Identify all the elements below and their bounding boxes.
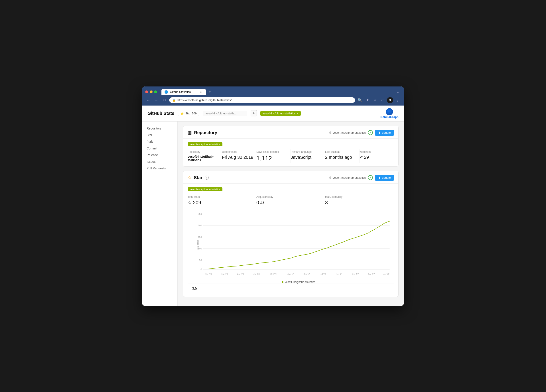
sidebar-item-release[interactable]: Release (142, 152, 177, 158)
browser-nav: ← → ↻ 🔒 https://vesoft-inc.github.io/git… (142, 95, 404, 106)
star-stats-row: Total stars ☆ 209 Avg. stars/day 0.18 (188, 194, 394, 206)
back-button[interactable]: ← (145, 97, 151, 103)
nebula-logo: NebulaGraph (380, 108, 398, 119)
tab-close-button[interactable]: × (199, 90, 203, 94)
avg-stars-value: 0.18 (256, 200, 325, 206)
star-button[interactable]: ⭐ Star 209 (178, 111, 199, 116)
share-icon[interactable]: ⬆ (364, 97, 370, 103)
stat-watchers-label: Watchers (359, 150, 394, 154)
star-info-icon[interactable]: i (205, 176, 209, 180)
repository-section-title: Repository (194, 130, 217, 135)
repository-update-label: update (382, 131, 391, 134)
svg-text:Apr '21: Apr '21 (304, 273, 310, 275)
daily-section: 3.5 (188, 283, 394, 293)
nebula-icon (386, 108, 393, 115)
svg-text:Jan '21: Jan '21 (287, 273, 294, 275)
svg-text:Oct '21: Oct '21 (336, 273, 342, 275)
repository-update-button[interactable]: ⬆ update (375, 130, 394, 136)
stat-last-push: Last push at 2 months ago (325, 149, 359, 163)
total-stars-star-icon: ☆ (188, 200, 192, 206)
add-repo-button[interactable]: + (251, 110, 257, 116)
stat-date-value: Fri Aug 30 2019 (222, 155, 256, 160)
browser-controls: 🌐 Github Statistics × + ⌄ (145, 89, 401, 95)
repository-icon: ▦ (188, 130, 192, 135)
star-status-label: vesoft-inc/github-statistics (333, 176, 366, 179)
stat-date-label: Date created (222, 150, 256, 154)
star-section-header: ☆ Star i vesoft-inc/github-statistics ✓ … (183, 171, 398, 184)
lock-icon: 🔒 (172, 99, 176, 102)
sidebar-item-pull-requests[interactable]: Pull Requests (142, 165, 177, 172)
svg-text:Apr '20: Apr '20 (237, 273, 244, 275)
svg-text:total stars: total stars (196, 239, 199, 250)
star-section: ☆ Star i vesoft-inc/github-statistics ✓ … (183, 171, 398, 297)
main-layout: Repository Star Fork Commit Release Issu… (142, 122, 404, 306)
search-icon[interactable]: 🔍 (357, 97, 363, 103)
traffic-lights (145, 90, 157, 93)
sidebar-item-star[interactable]: Star (142, 132, 177, 138)
watchers-number: 29 (364, 155, 369, 160)
total-stars-number: 209 (193, 200, 201, 206)
stat-language-value: JavaScript (291, 155, 325, 160)
address-bar[interactable]: 🔒 https://vesoft-inc.github.io/github-st… (169, 97, 355, 103)
browser-titlebar: 🌐 Github Statistics × + ⌄ (142, 86, 404, 95)
maximize-traffic-light[interactable] (154, 90, 157, 93)
stat-watchers-value: 👁 29 (359, 155, 394, 160)
new-tab-button[interactable]: + (207, 89, 213, 95)
stat-language-label: Primary language (291, 150, 325, 154)
window-chevron-icon[interactable]: ⌄ (395, 89, 401, 95)
stat-repository-value: vesoft-inc/github-statistics (188, 155, 222, 162)
repository-section-body: vesoft-inc/github-statistics Repository … (183, 139, 398, 166)
star-count: 209 (192, 112, 197, 115)
repo-input[interactable] (203, 111, 247, 116)
star-chart: 250 200 150 100 50 0 total stars O (196, 212, 394, 278)
bookmark-icon[interactable]: ☆ (372, 97, 378, 103)
avg-value-decimal: .18 (260, 201, 264, 205)
repository-status-dot (329, 131, 331, 134)
forward-button[interactable]: → (153, 97, 159, 103)
refresh-button[interactable]: ↻ (161, 97, 168, 103)
star-update-button[interactable]: ⬆ update (375, 175, 394, 181)
close-traffic-light[interactable] (145, 90, 148, 93)
svg-text:150: 150 (198, 236, 202, 238)
star-section-icon: ☆ (188, 175, 192, 180)
svg-text:Jul '20: Jul '20 (254, 273, 260, 275)
star-label: Star (185, 112, 190, 115)
sidebar-item-repository[interactable]: Repository (142, 125, 177, 132)
stat-days-value: 1,112 (256, 155, 291, 162)
repository-status-label: vesoft-inc/github-statistics (333, 131, 366, 134)
max-stars-stat: Max. stars/day 3 (325, 194, 394, 206)
star-icon: ⭐ (180, 112, 184, 115)
star-section-body: vesoft-inc/github-statistics Total stars… (183, 184, 398, 297)
reader-icon[interactable]: ▭ (379, 97, 386, 103)
star-update-label: update (382, 176, 391, 179)
svg-text:Jan '22: Jan '22 (352, 273, 359, 275)
stat-days-label: Days since created (256, 150, 291, 154)
max-stars-label: Max. stars/day (325, 195, 394, 199)
avg-stars-label: Avg. stars/day (256, 195, 325, 199)
active-tab[interactable]: 🌐 Github Statistics × (162, 89, 206, 95)
stat-language: Primary language JavaScript (291, 149, 325, 163)
nebula-label: NebulaGraph (380, 115, 398, 119)
sidebar-item-fork[interactable]: Fork (142, 138, 177, 145)
star-check-icon: ✓ (368, 175, 373, 180)
stat-repository-label: Repository (188, 150, 222, 154)
sidebar: Repository Star Fork Commit Release Issu… (142, 122, 178, 306)
star-chart-container: 250 200 150 100 50 0 total stars O (188, 210, 394, 283)
repository-update-icon: ⬆ (378, 131, 381, 134)
repository-section: ▦ Repository vesoft-inc/github-statistic… (183, 126, 398, 167)
svg-text:250: 250 (198, 212, 202, 215)
stat-watchers: Watchers 👁 29 (359, 149, 394, 163)
minimize-traffic-light[interactable] (150, 90, 153, 93)
active-repo-close-icon[interactable]: × (297, 112, 299, 115)
url-text: https://vesoft-inc.github.io/github-stat… (177, 98, 232, 102)
avg-value-main: 0 (256, 200, 259, 206)
svg-text:Jul '22: Jul '22 (383, 273, 390, 275)
sidebar-item-commit[interactable]: Commit (142, 145, 177, 152)
more-menu-icon[interactable]: ⋮ (395, 97, 401, 103)
stat-days-since: Days since created 1,112 (256, 149, 291, 163)
x-extension-button[interactable]: X (387, 97, 393, 103)
page-header: GitHub Stats ⭐ Star 209 + vesoft-inc/git… (142, 106, 404, 122)
daily-y-start: 3.5 (192, 286, 197, 290)
sidebar-item-issues[interactable]: Issues (142, 158, 177, 165)
stat-repository: Repository vesoft-inc/github-statistics (188, 149, 222, 163)
